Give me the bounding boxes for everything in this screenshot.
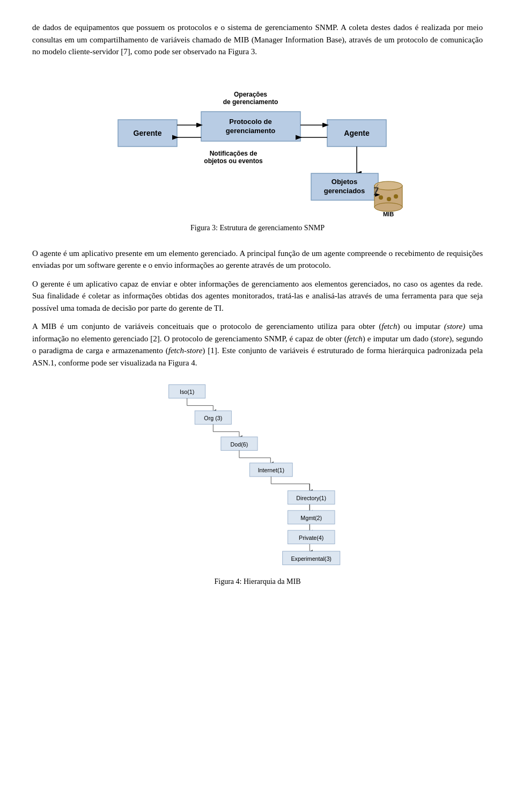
figure-4-diagram: Iso(1) Org (3) Dod(6) Internet(1) — [150, 379, 365, 573]
p4-store2: store — [433, 334, 449, 343]
p4-text-2: ) ou imputar — [397, 322, 444, 331]
experimental-label: Experimental(3) — [291, 555, 331, 562]
p4-text-4: ) e imputar um dado ( — [363, 334, 433, 343]
svg-point-11 — [374, 203, 402, 211]
op-label-2: de gerenciamento — [223, 98, 278, 106]
directory-label: Directory(1) — [296, 495, 326, 501]
figure-4-container: Iso(1) Org (3) Dod(6) Internet(1) — [32, 379, 483, 596]
p4-fetchstore: fetch-store — [168, 346, 203, 355]
iso-label: Iso(1) — [180, 389, 194, 395]
notif-label-1: Notificações de — [210, 150, 258, 157]
mgmt-label: Mgmt(2) — [300, 515, 322, 521]
protocolo-label-2: gerenciamento — [226, 127, 276, 135]
objetos-label-2: gerenciados — [324, 187, 365, 195]
figure-4-caption: Figura 4: Hierarquia da MIB — [215, 576, 301, 587]
notif-label-2: objetos ou eventos — [204, 157, 263, 165]
figure-3-diagram: Gerente Protocolo de gerenciamento Agent… — [107, 69, 408, 219]
p4-fetch2: fetch — [347, 334, 363, 343]
svg-point-14 — [394, 194, 398, 199]
agente-label: Agente — [344, 129, 370, 137]
op-label-1: Operações — [234, 91, 267, 98]
p4-store1: (store) — [444, 322, 465, 331]
svg-point-10 — [374, 181, 402, 190]
svg-point-12 — [379, 195, 383, 200]
paragraph-2: O agente é um aplicativo presente em um … — [32, 247, 483, 272]
mib-label: MIB — [383, 211, 394, 217]
svg-point-13 — [387, 197, 391, 201]
gerente-label: Gerente — [134, 129, 162, 137]
org-label: Org (3) — [204, 415, 222, 421]
paragraph-4: A MIB é um conjunto de variáveis conceit… — [32, 320, 483, 369]
p4-fetch1: fetch — [381, 322, 397, 331]
paragraph-3: O gerente é um aplicativo capaz de envia… — [32, 278, 483, 314]
private-label: Private(4) — [299, 535, 323, 541]
figure-3-caption: Figura 3: Estrutura de gerenciamento SNM… — [190, 222, 325, 233]
p4-text-1: A MIB é um conjunto de variáveis conceit… — [32, 322, 381, 331]
protocolo-label-1: Protocolo de — [229, 118, 271, 126]
figure-3-container: Gerente Protocolo de gerenciamento Agent… — [32, 69, 483, 242]
paragraph-1: de dados de equipamentos que possuem os … — [32, 21, 483, 58]
dod-label: Dod(6) — [231, 441, 248, 448]
internet-label: Internet(1) — [258, 467, 284, 473]
objetos-label-1: Objetos — [332, 178, 357, 186]
